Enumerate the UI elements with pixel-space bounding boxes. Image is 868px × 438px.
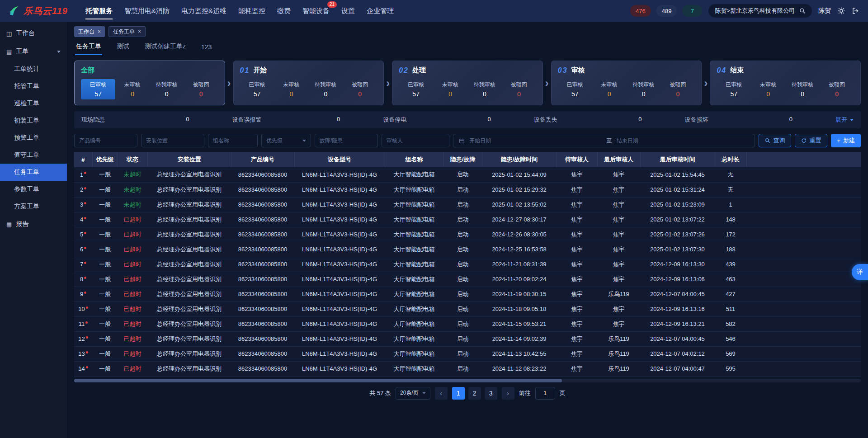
table-row[interactable]: 5一般已超时总经理办公室用电器识别862334060085800LN6M-L1T…: [74, 227, 861, 242]
page-button-3[interactable]: 3: [485, 387, 497, 400]
tab-1[interactable]: 测试: [116, 39, 130, 55]
stat-value: 57: [412, 90, 420, 98]
alarm-count-pill-2[interactable]: 7: [682, 5, 702, 17]
page-size-select[interactable]: 20条/页: [396, 387, 430, 400]
table-row[interactable]: 3一般未超时总经理办公室用电器识别862334060085800LN6M-L1T…: [74, 197, 861, 212]
stat-被驳回: 被驳回0: [661, 79, 695, 99]
nav-item-0[interactable]: 托管服务: [85, 0, 113, 22]
nav-item-1[interactable]: 智慧用电&消防: [124, 0, 170, 22]
cell: 焦宇: [557, 167, 597, 182]
fault-input[interactable]: [315, 134, 378, 147]
close-icon[interactable]: ×: [98, 28, 101, 35]
sidebar-subitem-7[interactable]: 参数工单: [0, 181, 67, 198]
status-card-1[interactable]: 01开始已审核57未审核0待我审核0被驳回0: [233, 61, 384, 105]
tab-0[interactable]: 任务工单: [75, 39, 102, 55]
product-no-input[interactable]: [74, 134, 137, 147]
cell: 2024-11-15 09:53:21: [482, 316, 557, 331]
prev-page-button[interactable]: ‹: [435, 387, 448, 400]
table-row[interactable]: 4一般已超时总经理办公室用电器识别862334060085800LN6M-L1T…: [74, 212, 861, 227]
group-name-input[interactable]: [208, 134, 258, 147]
detail-float-button[interactable]: 详: [852, 264, 868, 280]
tab-3[interactable]: 123: [200, 40, 212, 55]
cell: 启动: [443, 182, 482, 197]
auditor-input[interactable]: [382, 134, 449, 147]
cell: 一般: [92, 316, 118, 331]
cell: 2024-12-07 04:00:45: [640, 331, 715, 346]
install-location-input[interactable]: [141, 134, 204, 147]
sidebar-item-1[interactable]: ▤工单: [0, 42, 67, 61]
summary-value: 0: [638, 116, 642, 124]
user-name[interactable]: 陈贺: [818, 7, 831, 15]
nav-item-3[interactable]: 能耗监控: [238, 0, 265, 22]
page-button-1[interactable]: 1: [452, 387, 465, 400]
breadcrumb-chip-0[interactable]: 工作台×: [74, 26, 105, 37]
cell: 总经理办公室用电器识别: [147, 287, 231, 301]
cell: 862334060085800: [231, 212, 294, 227]
goto-page-input[interactable]: [535, 387, 555, 400]
reset-button[interactable]: 重置: [795, 134, 827, 147]
sidebar-subitem-1[interactable]: 托管工单: [0, 78, 67, 95]
theme-toggle-icon[interactable]: [837, 7, 845, 15]
sidebar-subitem-0[interactable]: 工单统计: [0, 61, 67, 78]
sidebar-subitem-4[interactable]: 预警工单: [0, 129, 67, 146]
sidebar-subitem-3[interactable]: 初装工单: [0, 112, 67, 129]
sidebar-item-0[interactable]: ◫工作台: [0, 24, 67, 42]
create-button[interactable]: + 新建: [831, 134, 861, 147]
search-button[interactable]: 查询: [759, 134, 791, 147]
sidebar-subitem-6[interactable]: 任务工单: [0, 164, 67, 181]
breadcrumb: 工作台×任务工单×: [67, 22, 868, 38]
table-row[interactable]: 7一般已超时总经理办公室用电器识别862334060085800LN6M-L1T…: [74, 257, 861, 272]
cell: 已超时: [118, 227, 147, 242]
close-icon[interactable]: ×: [138, 28, 141, 35]
sidebar-subitem-2[interactable]: 巡检工单: [0, 95, 67, 112]
table-row[interactable]: 12一般已超时总经理办公室用电器识别862334060085800LN6M-L1…: [74, 331, 861, 346]
status-card-4[interactable]: 04结束已审核57未审核0待我审核0被驳回0: [710, 61, 861, 105]
status-card-0[interactable]: 全部已审核57未审核0待我审核0被驳回0: [74, 61, 225, 105]
table-row[interactable]: 13一般已超时总经理办公室用电器识别862334060085800LN6M-L1…: [74, 346, 861, 361]
expand-link[interactable]: 展开: [835, 116, 854, 124]
cell-index: 7: [74, 257, 92, 272]
sidebar-subitem-8[interactable]: 方案工单: [0, 198, 67, 215]
cell: 乐鸟119: [597, 346, 640, 361]
cell: 2025-01-02 15:54:45: [640, 167, 715, 182]
table-row[interactable]: 6一般已超时总经理办公室用电器识别862334060085800LN6M-L1T…: [74, 242, 861, 257]
cell-filler: [746, 346, 861, 361]
status-card-2[interactable]: 02处理已审核57未审核0待我审核0被驳回0: [392, 61, 543, 105]
table-row[interactable]: 2一般未超时总经理办公室用电器识别862334060085800LN6M-L1T…: [74, 182, 861, 197]
table-row[interactable]: 10一般已超时总经理办公室用电器识别862334060085800LN6M-L1…: [74, 301, 861, 316]
table-row[interactable]: 8一般已超时总经理办公室用电器识别862334060085800LN6M-L1T…: [74, 272, 861, 287]
nav-item-7[interactable]: 企业管理: [367, 0, 394, 22]
status-card-number: 01: [240, 66, 250, 75]
nav-item-4[interactable]: 缴费: [277, 0, 291, 22]
alarm-count-pill-1[interactable]: 489: [656, 5, 677, 17]
cell: 焦宇: [557, 272, 597, 287]
app-logo[interactable]: 乐鸟云119: [8, 5, 68, 17]
alarm-count-pill-0[interactable]: 476: [630, 5, 651, 17]
end-date-placeholder: 结束日期: [617, 137, 750, 145]
sidebar-item-2[interactable]: ▦报告: [0, 215, 67, 233]
nav-item-2[interactable]: 电力监控&运维: [181, 0, 226, 22]
breadcrumb-chip-1[interactable]: 任务工单×: [108, 26, 146, 37]
sidebar-subitem-5[interactable]: 值守工单: [0, 146, 67, 164]
cell: 1: [715, 197, 746, 212]
logout-icon[interactable]: [852, 7, 860, 15]
tab-2[interactable]: 测试创建工单z: [144, 39, 187, 55]
cell: LN6M-L1T4A3V3-HS(ID)-4G: [294, 301, 385, 316]
nav-item-5[interactable]: 智能设备21: [302, 0, 330, 22]
cell-index: 10: [74, 301, 92, 316]
table-row[interactable]: 9一般已超时总经理办公室用电器识别862334060085800LN6M-L1T…: [74, 287, 861, 301]
next-page-button[interactable]: ›: [502, 387, 514, 400]
horizontal-scrollbar-thumb[interactable]: [74, 379, 562, 382]
page-button-2[interactable]: 2: [468, 387, 481, 400]
summary-value: 0: [789, 116, 793, 124]
date-range-picker[interactable]: 开始日期 至 结束日期: [453, 134, 755, 147]
cell: 2025-01-02 15:31:24: [640, 182, 715, 197]
stat-label: 未审核: [601, 81, 618, 89]
table-row[interactable]: 1一般未超时总经理办公室用电器识别862334060085800LN6M-L1T…: [74, 167, 861, 182]
nav-item-6[interactable]: 设置: [341, 0, 355, 22]
table-row[interactable]: 11一般已超时总经理办公室用电器识别862334060085800LN6M-L1…: [74, 316, 861, 331]
priority-select[interactable]: 优先级: [261, 134, 311, 147]
company-search-input[interactable]: 陈贺>新北京乐鸟科技有限公司: [708, 4, 812, 18]
status-card-3[interactable]: 03审核已审核57未审核0待我审核0被驳回0: [551, 61, 702, 105]
table-row[interactable]: 14一般已超时总经理办公室用电器识别862334060085800LN6M-L1…: [74, 361, 861, 376]
